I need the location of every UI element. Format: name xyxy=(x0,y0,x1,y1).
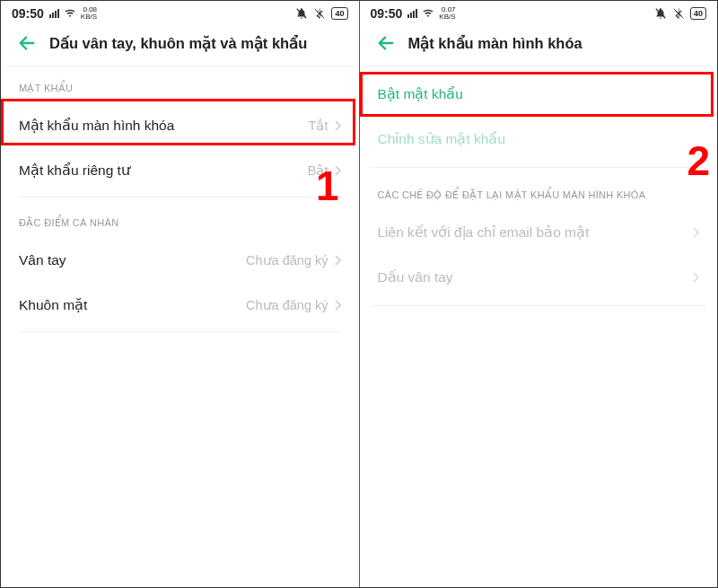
settings-content: Bật mật khẩu Chỉnh sửa mật khẩu CÁC CHẾ … xyxy=(360,66,718,587)
mute-icon xyxy=(295,7,308,20)
section-header-password: MẬT KHẨU xyxy=(12,66,348,103)
row-value: Chưa đăng ký xyxy=(246,253,340,268)
row-value xyxy=(692,227,699,238)
row-enable-password[interactable]: Bật mật khẩu xyxy=(371,72,707,117)
chevron-right-icon xyxy=(334,300,341,311)
page-header: Mật khẩu màn hình khóa xyxy=(365,24,713,66)
status-time: 09:50 xyxy=(12,6,44,21)
row-title: Vân tay xyxy=(19,252,66,268)
row-title: Bật mật khẩu xyxy=(378,86,463,102)
divider xyxy=(19,197,341,197)
phone-right: 09:50 0.07KB/S 40 Mật khẩu màn hình khóa… xyxy=(360,1,718,587)
back-icon[interactable] xyxy=(376,33,396,53)
bluetooth-off-icon xyxy=(672,7,685,20)
row-face[interactable]: Khuôn mặt Chưa đăng ký xyxy=(12,283,348,328)
status-data-rate: 0.08KB/S xyxy=(81,6,97,21)
section-header-personal: ĐẶC ĐIỂM CÁ NHÂN xyxy=(12,201,348,238)
row-fingerprint-reset: Dấu vân tay xyxy=(371,255,707,300)
bluetooth-off-icon xyxy=(313,7,326,20)
wifi-icon xyxy=(65,8,75,19)
chevron-right-icon xyxy=(334,255,341,266)
section-header-reset: CÁC CHẾ ĐỘ ĐỂ ĐẶT LẠI MẬT KHẨU MÀN HÌNH … xyxy=(371,173,707,210)
divider xyxy=(371,167,707,168)
row-edit-password: Chỉnh sửa mật khẩu xyxy=(371,117,707,162)
battery-level: 40 xyxy=(690,7,706,20)
row-lock-password[interactable]: Mật khẩu màn hình khóa Tắt xyxy=(12,103,348,148)
chevron-right-icon xyxy=(692,227,699,238)
page-title: Dấu vân tay, khuôn mặt và mật khẩu xyxy=(49,35,307,52)
divider xyxy=(19,331,341,332)
battery-level: 40 xyxy=(331,7,347,20)
mute-icon xyxy=(654,7,667,20)
row-title: Chỉnh sửa mật khẩu xyxy=(378,131,506,147)
row-title: Dấu vân tay xyxy=(378,269,453,285)
settings-content: MẬT KHẨU Mật khẩu màn hình khóa Tắt Mật … xyxy=(1,66,359,587)
signal-icon xyxy=(407,9,417,18)
status-bar: 09:50 0.08KB/S 40 xyxy=(1,1,359,24)
back-icon[interactable] xyxy=(17,33,37,53)
chevron-right-icon xyxy=(334,165,341,176)
row-title: Mật khẩu riêng tư xyxy=(19,162,130,179)
chevron-right-icon xyxy=(334,120,341,131)
row-title: Mật khẩu màn hình khóa xyxy=(19,118,174,134)
status-time: 09:50 xyxy=(371,6,403,21)
page-title: Mật khẩu màn hình khóa xyxy=(408,35,582,52)
row-fingerprint[interactable]: Vân tay Chưa đăng ký xyxy=(12,238,348,283)
row-value: Bật xyxy=(308,163,341,178)
chevron-right-icon xyxy=(692,272,699,283)
row-value: Tắt xyxy=(309,118,341,133)
divider xyxy=(371,305,707,306)
signal-icon xyxy=(49,9,59,18)
phone-left: 09:50 0.08KB/S 40 Dấu vân tay, khuôn mặt… xyxy=(1,1,360,587)
row-value: Chưa đăng ký xyxy=(246,298,340,312)
status-data-rate: 0.07KB/S xyxy=(439,6,455,21)
status-bar: 09:50 0.07KB/S 40 xyxy=(360,1,718,24)
row-private-password[interactable]: Mật khẩu riêng tư Bật xyxy=(12,148,348,193)
wifi-icon xyxy=(423,8,433,19)
row-link-email: Liên kết với địa chỉ email bảo mật xyxy=(371,210,707,255)
row-title: Khuôn mặt xyxy=(19,297,87,313)
row-value xyxy=(692,272,699,283)
page-header: Dấu vân tay, khuôn mặt và mật khẩu xyxy=(6,24,354,66)
row-title: Liên kết với địa chỉ email bảo mật xyxy=(378,224,590,241)
